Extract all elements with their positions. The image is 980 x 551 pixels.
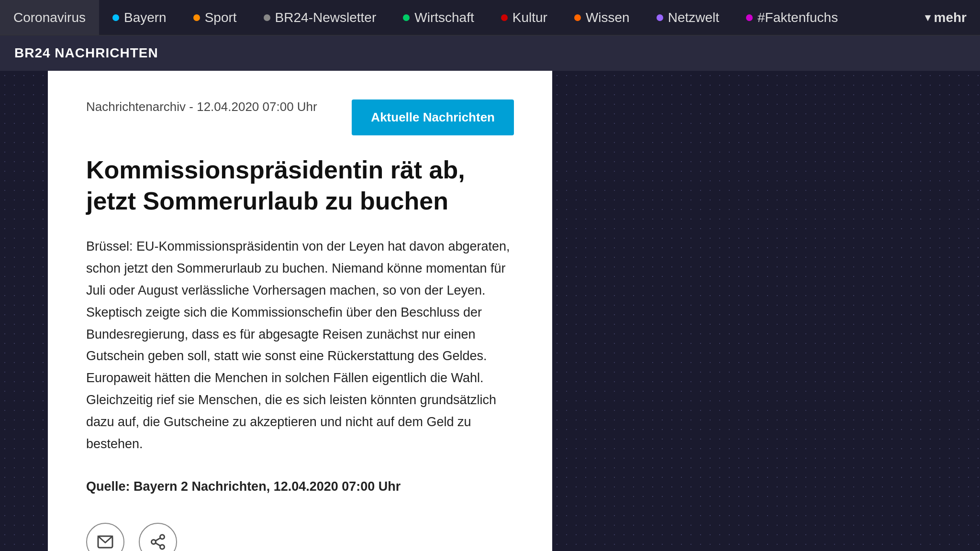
nav-dot-newsletter (264, 14, 270, 21)
nav-dot-kultur (501, 14, 508, 21)
nav-dot-wissen (574, 14, 581, 21)
archive-header: Nachrichtenarchiv - 12.04.2020 07:00 Uhr… (86, 99, 514, 135)
action-icons (86, 523, 514, 551)
archive-date: Nachrichtenarchiv - 12.04.2020 07:00 Uhr (86, 99, 317, 114)
left-sidebar (0, 71, 48, 551)
nav-dot-faktenfuchs (746, 14, 753, 21)
article-source: Quelle: Bayern 2 Nachrichten, 12.04.2020… (86, 479, 514, 494)
article-content: Nachrichtenarchiv - 12.04.2020 07:00 Uhr… (48, 71, 552, 551)
share-button[interactable] (139, 523, 177, 551)
nav-label-sport: Sport (205, 10, 237, 25)
nav-label-coronavirus: Coronavirus (13, 10, 86, 25)
nav-more-label: mehr (934, 10, 967, 25)
nav-label-netzwelt: Netzwelt (668, 10, 719, 25)
right-sidebar (552, 71, 980, 551)
nav-label-faktenfuchs: #Faktenfuchs (757, 10, 838, 25)
nav-label-bayern: Bayern (124, 10, 167, 25)
site-title: BR24 NACHRICHTEN (0, 45, 173, 61)
nav-item-netzwelt[interactable]: Netzwelt (643, 0, 733, 35)
nav-dot-wirtschaft (403, 14, 410, 21)
nav-label-kultur: Kultur (512, 10, 547, 25)
main-wrapper: Nachrichtenarchiv - 12.04.2020 07:00 Uhr… (0, 71, 980, 551)
nav-dot-sport (193, 14, 200, 21)
nav-label-newsletter: BR24-Newsletter (275, 10, 377, 25)
chevron-down-icon: ▾ (925, 11, 930, 24)
email-button[interactable] (86, 523, 124, 551)
nav-item-wirtschaft[interactable]: Wirtschaft (390, 0, 487, 35)
email-icon (97, 533, 114, 551)
nav-label-wirtschaft: Wirtschaft (414, 10, 474, 25)
nav-item-newsletter[interactable]: BR24-Newsletter (250, 0, 390, 35)
aktuelle-nachrichten-button[interactable]: Aktuelle Nachrichten (352, 99, 514, 135)
nav-item-bayern[interactable]: Bayern (99, 0, 180, 35)
nav-dot-bayern (112, 14, 119, 21)
site-header: BR24 NACHRICHTEN (0, 35, 980, 71)
nav-item-kultur[interactable]: Kultur (488, 0, 561, 35)
nav-item-faktenfuchs[interactable]: #Faktenfuchs (733, 0, 851, 35)
nav-item-sport[interactable]: Sport (180, 0, 250, 35)
share-icon (149, 533, 167, 551)
nav-dot-netzwelt (657, 14, 663, 21)
nav-more-button[interactable]: ▾ mehr (912, 0, 980, 35)
top-navigation: Coronavirus Bayern Sport BR24-Newsletter… (0, 0, 980, 35)
svg-line-4 (156, 543, 160, 546)
nav-item-wissen[interactable]: Wissen (561, 0, 643, 35)
nav-item-coronavirus[interactable]: Coronavirus (0, 0, 99, 35)
nav-label-wissen: Wissen (586, 10, 630, 25)
svg-line-5 (156, 538, 160, 541)
article-body: Brüssel: EU-Kommissionspräsidentin von d… (86, 236, 514, 455)
article-title: Kommissionspräsidentin rät ab, jetzt Som… (86, 154, 514, 217)
